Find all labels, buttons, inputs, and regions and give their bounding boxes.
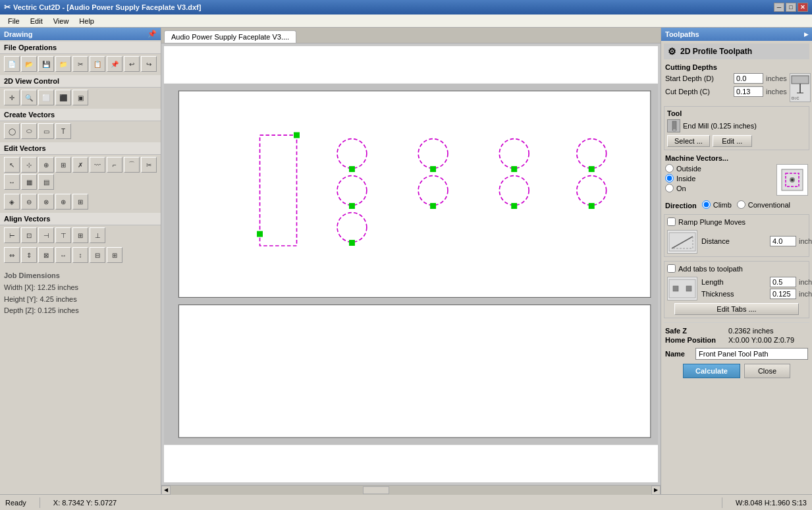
extend-tool[interactable]: ↔ xyxy=(4,174,20,190)
toolpaths-header: Toolpaths ▸ xyxy=(661,28,812,41)
cut-button[interactable]: ✂ xyxy=(72,56,88,72)
close-toolpath-button[interactable]: Close xyxy=(744,364,790,378)
fit-button[interactable]: ⬜ xyxy=(38,90,54,105)
canvas-container[interactable] xyxy=(164,46,658,482)
align-right-button[interactable]: ⊣ xyxy=(38,227,54,243)
machine-vectors-icon xyxy=(776,164,808,196)
canvas-area: Audio Power Supply Faceplate V3.... xyxy=(161,28,661,494)
canvas-tab[interactable]: Audio Power Supply Faceplate V3.... xyxy=(164,30,296,43)
svg-rect-5 xyxy=(294,132,300,138)
window-controls: ─ □ ✕ xyxy=(774,3,808,12)
menu-file[interactable]: File xyxy=(3,16,25,26)
intersect-button[interactable]: ⊗ xyxy=(38,194,54,210)
align-left-button[interactable]: ⊢ xyxy=(4,227,20,243)
distribute-button[interactable]: ⊟ xyxy=(90,247,105,263)
paste-button[interactable]: 📌 xyxy=(107,56,122,72)
scroll-track[interactable] xyxy=(171,486,651,495)
rect-tool-button[interactable]: ▭ xyxy=(38,123,54,139)
align-page-center-button[interactable]: ⊠ xyxy=(38,247,54,263)
climb-radio[interactable] xyxy=(702,200,711,209)
menu-view[interactable]: View xyxy=(48,16,74,26)
space-v-button[interactable]: ⇕ xyxy=(21,247,37,263)
toolpath-name-input[interactable] xyxy=(695,348,808,360)
svg-rect-1 xyxy=(178,91,650,297)
scroll-right-button[interactable]: ▶ xyxy=(651,486,661,495)
union-button[interactable]: ⊕ xyxy=(55,194,71,210)
redo-button[interactable]: ↪ xyxy=(141,56,157,72)
zoom-button[interactable]: 🔍 xyxy=(21,90,37,105)
file-operations-toolbar: 📄 📂 💾 📁 ✂ 📋 📌 ↩ ↪ xyxy=(0,54,161,74)
select-tool-button[interactable]: ↖ xyxy=(4,157,20,173)
edit-vectors-toolbar: ↖ ⊹ ⊕ ⊞ ✗ 〰 ⌐ ⌒ ✂ ↔ ▦ ▤ xyxy=(0,155,161,192)
center-h-page-button[interactable]: ↔ xyxy=(55,247,71,263)
undo-button[interactable]: ↩ xyxy=(124,56,140,72)
subtract-button[interactable]: ⊖ xyxy=(21,194,37,210)
svg-rect-24 xyxy=(792,76,809,84)
center-v-page-button[interactable]: ↕ xyxy=(72,247,88,263)
ramp-icon xyxy=(667,230,697,254)
home-position-value: X:0.00 Y:0.00 Z:0.79 xyxy=(728,336,794,344)
select-region-button[interactable]: ⬛ xyxy=(55,90,71,105)
tab-thickness-input[interactable] xyxy=(770,289,796,299)
ramp-plunge-section: Ramp Plunge Moves Distance inches xyxy=(664,214,809,257)
on-radio[interactable] xyxy=(665,184,674,192)
restore-button[interactable]: □ xyxy=(786,3,796,12)
select-tool-button[interactable]: Select ... xyxy=(667,135,710,147)
tab-length-input[interactable] xyxy=(770,277,796,287)
start-depth-input[interactable] xyxy=(734,73,763,84)
transform-button[interactable]: ⊕ xyxy=(38,157,54,173)
node-tool-button[interactable]: ⊹ xyxy=(21,157,37,173)
zoom-fit-button[interactable]: ▣ xyxy=(72,90,88,105)
menu-help[interactable]: Help xyxy=(74,16,99,26)
depth-diagram-icon: D↕C xyxy=(790,73,811,102)
join-button[interactable]: ⊞ xyxy=(55,157,71,173)
open-file-button[interactable]: 📂 xyxy=(21,56,37,72)
ellipse-tool-button[interactable]: ⬭ xyxy=(21,123,37,139)
inside-radio[interactable] xyxy=(665,174,674,183)
ramp-plunge-checkbox[interactable] xyxy=(667,217,676,226)
scroll-left-button[interactable]: ◀ xyxy=(161,486,171,495)
align-top-button[interactable]: ⊤ xyxy=(55,227,71,243)
circle-tool-button[interactable]: ◯ xyxy=(4,123,20,139)
space-h-button[interactable]: ⇔ xyxy=(4,247,20,263)
smooth-button[interactable]: 〰 xyxy=(90,157,105,173)
scroll-thumb[interactable] xyxy=(363,486,389,494)
add-tabs-checkbox[interactable] xyxy=(667,264,676,273)
cut-depth-input[interactable] xyxy=(734,86,763,97)
save-file-button[interactable]: 💾 xyxy=(38,56,54,72)
equal-spacing-button[interactable]: ⊞ xyxy=(107,247,122,263)
horizontal-scrollbar[interactable]: ◀ ▶ xyxy=(161,485,661,494)
calculate-button[interactable]: Calculate xyxy=(683,364,740,378)
safe-z-value: 0.2362 inches xyxy=(728,327,774,335)
align-center-v-button[interactable]: ⊞ xyxy=(72,227,88,243)
copy-button[interactable]: 📋 xyxy=(90,56,105,72)
machine-vectors-label: Machine Vectors... xyxy=(665,154,808,162)
fillet-tool[interactable]: ⌒ xyxy=(124,157,140,173)
align-center-h-button[interactable]: ⊡ xyxy=(21,227,37,243)
weld-button[interactable]: ◈ xyxy=(4,194,20,210)
pan-button[interactable]: ✛ xyxy=(4,90,20,105)
close-vectors-button[interactable]: ⊞ xyxy=(72,194,88,210)
edit-tabs-button[interactable]: Edit Tabs .... xyxy=(674,303,799,315)
pin-icon[interactable]: 📌 xyxy=(148,30,157,38)
job-width: Width [X]: 12.25 inches xyxy=(4,282,157,294)
ungroup-button[interactable]: ▤ xyxy=(38,174,54,190)
group-button[interactable]: ▦ xyxy=(21,174,37,190)
trim-tool[interactable]: ✂ xyxy=(141,157,157,173)
new-file-button[interactable]: 📄 xyxy=(4,56,20,72)
ramp-distance-input[interactable] xyxy=(770,236,796,246)
text-tool-button[interactable]: T xyxy=(55,123,71,139)
cutting-depths-section: Cutting Depths Start Depth (D) inches Cu… xyxy=(664,63,809,102)
minimize-button[interactable]: ─ xyxy=(774,3,784,12)
delete-vector-button[interactable]: ✗ xyxy=(72,157,88,173)
edit-tool-button[interactable]: Edit ... xyxy=(713,135,752,147)
conventional-radio[interactable] xyxy=(737,200,745,209)
menu-edit[interactable]: Edit xyxy=(25,16,48,26)
close-button[interactable]: ✕ xyxy=(798,3,808,12)
toolpath-type-icon: ⚙ xyxy=(668,46,676,57)
corner-tool[interactable]: ⌐ xyxy=(107,157,122,173)
toolpaths-expand-icon[interactable]: ▸ xyxy=(804,30,808,39)
open-folder-button[interactable]: 📁 xyxy=(55,56,71,72)
align-bottom-button[interactable]: ⊥ xyxy=(90,227,105,243)
outside-radio[interactable] xyxy=(665,164,674,173)
